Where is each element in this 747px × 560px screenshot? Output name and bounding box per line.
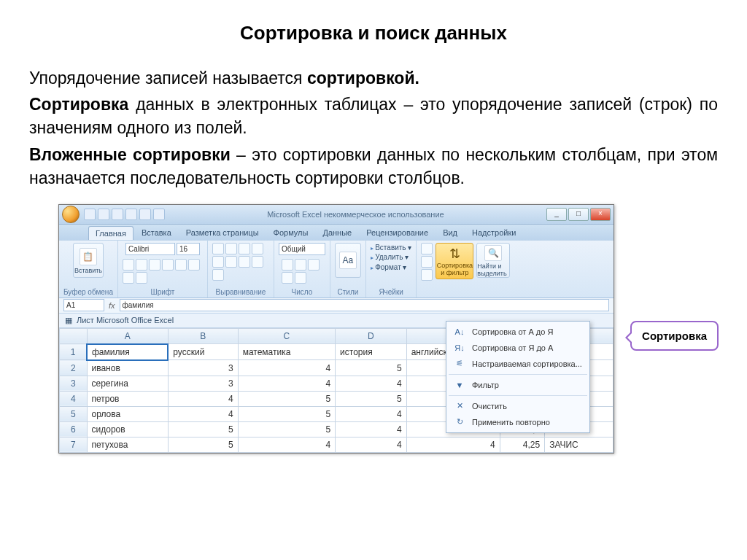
cell[interactable]: 4 xyxy=(238,360,335,376)
menu-custom-sort[interactable]: ⚟Настраиваемая сортировка... xyxy=(449,356,587,372)
insert-row-button[interactable]: Вставить ▾ xyxy=(371,243,411,252)
paste-button[interactable]: 📋 Вставить xyxy=(73,243,104,278)
cell[interactable]: русский xyxy=(168,344,238,360)
group-clipboard: 📋 Вставить Буфер обмена xyxy=(59,241,118,298)
select-all-corner[interactable] xyxy=(60,328,88,344)
fx-icon[interactable]: fx xyxy=(109,301,115,310)
menu-filter[interactable]: ▼Фильтр xyxy=(449,377,587,393)
paste-label: Вставить xyxy=(74,267,102,274)
window-title: Microsoft Excel некоммерческое использов… xyxy=(165,210,546,219)
cell[interactable]: сидоров xyxy=(87,421,168,437)
cell[interactable]: фамилия xyxy=(87,344,168,360)
cell[interactable]: 4 xyxy=(168,406,238,421)
excel-file-icon: ▦ xyxy=(65,316,72,325)
group-cells: Вставить ▾ Удалить ▾ Формат ▾ Ячейки xyxy=(366,241,417,298)
row-header[interactable]: 1 xyxy=(60,344,88,360)
formula-bar: A1 fx фамилия xyxy=(59,298,614,314)
clear-icon: ✕ xyxy=(453,400,466,412)
intro-1a: Упорядочение записей называется xyxy=(29,69,307,88)
cell[interactable]: 5 xyxy=(238,406,335,421)
cell[interactable]: серегина xyxy=(87,376,168,391)
autosum-buttons[interactable] xyxy=(421,243,433,281)
cell[interactable]: ЗАЧИС xyxy=(545,437,614,452)
custom-sort-icon: ⚟ xyxy=(453,358,466,370)
tab-home[interactable]: Главная xyxy=(88,226,133,240)
sort-filter-label: Сортировка и фильтр xyxy=(436,262,473,276)
col-D[interactable]: D xyxy=(336,328,407,344)
cell[interactable]: история xyxy=(336,344,407,360)
tab-view[interactable]: Вид xyxy=(436,226,464,240)
cell[interactable]: орлова xyxy=(87,406,168,421)
cell[interactable]: 4 xyxy=(238,376,335,391)
tab-data[interactable]: Данные xyxy=(316,226,358,240)
intro-2b: данных в электронных таблицах – это упор… xyxy=(29,95,718,137)
col-C[interactable]: C xyxy=(238,328,335,344)
delete-row-button[interactable]: Удалить ▾ xyxy=(371,252,411,262)
font-buttons[interactable] xyxy=(123,259,203,284)
intro-text: Упорядочение записей называется сортиров… xyxy=(29,66,718,190)
group-clipboard-label: Буфер обмена xyxy=(63,288,113,296)
number-format-combo[interactable]: Общий xyxy=(279,243,325,255)
sort-filter-menu: A↓Сортировка от А до Я Я↓Сортировка от Я… xyxy=(446,321,590,433)
cell[interactable]: иванов xyxy=(87,360,168,376)
cell[interactable]: математика xyxy=(238,344,335,360)
cell[interactable]: 4 xyxy=(336,406,407,421)
office-button-icon[interactable] xyxy=(62,206,80,223)
tab-addins[interactable]: Надстройки xyxy=(465,226,522,240)
font-name-combo[interactable]: Calibri xyxy=(125,243,175,255)
cell[interactable]: петухова xyxy=(87,437,168,452)
menu-clear[interactable]: ✕Очистить xyxy=(449,398,587,414)
table-row: 7петухова54444,25ЗАЧИС xyxy=(60,437,614,452)
menu-sort-az[interactable]: A↓Сортировка от А до Я xyxy=(449,324,587,340)
col-A[interactable]: A xyxy=(87,328,168,344)
filter-icon: ▼ xyxy=(453,379,466,391)
cell[interactable]: 4,25 xyxy=(500,437,545,452)
cell[interactable]: 4 xyxy=(238,437,335,452)
menu-sort-za[interactable]: Я↓Сортировка от Я до А xyxy=(449,340,587,356)
close-button[interactable]: × xyxy=(590,208,611,221)
excel-window: Microsoft Excel некоммерческое использов… xyxy=(58,204,614,454)
minimize-button[interactable]: _ xyxy=(546,208,567,221)
cell[interactable]: 4 xyxy=(336,437,407,452)
cell[interactable]: 5 xyxy=(336,391,407,406)
sort-za-icon: Я↓ xyxy=(453,342,466,354)
tab-pagelayout[interactable]: Разметка страницы xyxy=(179,226,266,240)
styles-button[interactable]: Aa xyxy=(335,243,361,278)
format-button[interactable]: Формат ▾ xyxy=(371,262,411,272)
tab-formulas[interactable]: Формулы xyxy=(267,226,315,240)
maximize-button[interactable]: □ xyxy=(568,208,589,221)
intro-3a: Вложенные сортировки xyxy=(29,145,231,164)
menu-reapply[interactable]: ↻Применить повторно xyxy=(449,414,587,430)
workbook-title-label: Лист Microsoft Office Excel xyxy=(77,316,174,324)
cell[interactable]: 3 xyxy=(168,376,238,391)
worksheet[interactable]: A B C D E F G 1 фамилия русский математи xyxy=(59,328,614,453)
number-buttons[interactable] xyxy=(282,259,322,284)
ribbon: 📋 Вставить Буфер обмена Calibri 16 Шрифт xyxy=(59,240,614,298)
paste-icon: 📋 xyxy=(80,248,97,265)
cell[interactable]: 5 xyxy=(168,421,238,437)
cell[interactable]: 5 xyxy=(238,421,335,437)
tab-insert[interactable]: Вставка xyxy=(135,226,178,240)
sort-filter-icon: ⇅ xyxy=(449,246,460,262)
cell[interactable]: 4 xyxy=(336,376,407,391)
tab-review[interactable]: Рецензирование xyxy=(360,226,435,240)
cell[interactable]: петров xyxy=(87,391,168,406)
formula-input[interactable]: фамилия xyxy=(120,299,609,311)
cell[interactable]: 5 xyxy=(336,360,407,376)
col-B[interactable]: B xyxy=(168,328,238,344)
cell[interactable]: 3 xyxy=(168,360,238,376)
cell[interactable]: 4 xyxy=(406,437,500,452)
cell[interactable]: 4 xyxy=(168,391,238,406)
cell[interactable]: 5 xyxy=(238,391,335,406)
name-box[interactable]: A1 xyxy=(63,299,104,311)
find-select-label: Найти и выделить xyxy=(477,262,509,277)
ribbon-tabs: Главная Вставка Разметка страницы Формул… xyxy=(59,225,614,240)
binoculars-icon: 🔍 xyxy=(484,245,502,261)
sort-filter-button[interactable]: ⇅ Сортировка и фильтр xyxy=(436,243,473,279)
alignment-buttons[interactable] xyxy=(212,243,269,281)
cell[interactable]: 4 xyxy=(336,421,407,437)
find-select-button[interactable]: 🔍 Найти и выделить xyxy=(476,243,510,278)
quick-access-toolbar[interactable] xyxy=(84,209,165,220)
cell[interactable]: 5 xyxy=(168,437,238,452)
font-size-combo[interactable]: 16 xyxy=(177,243,200,255)
